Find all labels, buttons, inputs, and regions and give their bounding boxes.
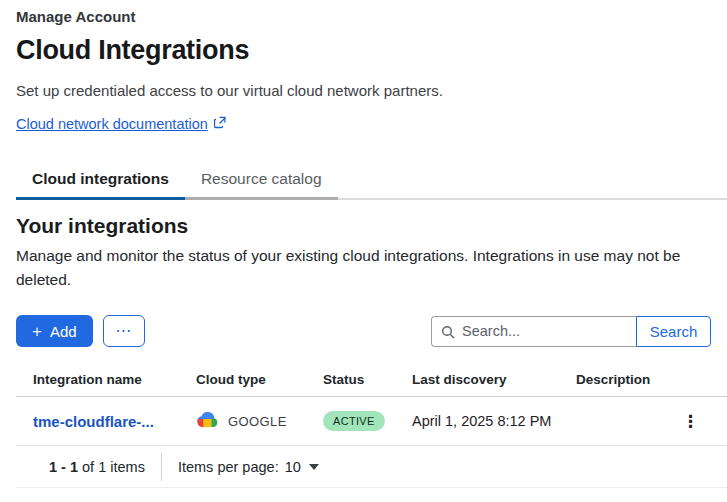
cloud-integrations-page: Manage Account Cloud Integrations Set up… <box>0 7 727 488</box>
kebab-menu-icon[interactable]: ⋮ <box>678 411 703 432</box>
items-per-page-label: Items per page: <box>178 459 279 475</box>
add-button-label: Add <box>50 323 77 340</box>
search-box <box>431 316 636 347</box>
overflow-menu-button[interactable]: ⋯ <box>103 315 145 347</box>
google-cloud-icon <box>196 410 219 432</box>
last-discovery-cell: April 1, 2025 8:12 PM <box>412 413 576 429</box>
column-header-last-discovery: Last discovery <box>412 372 576 387</box>
cloud-type-label: GOOGLE <box>228 414 287 429</box>
column-header-description: Description <box>576 372 676 387</box>
column-header-integration-name: Integration name <box>16 372 196 387</box>
search-button[interactable]: Search <box>636 316 711 347</box>
breadcrumb: Manage Account <box>16 7 711 27</box>
items-range: 1 - 1 of 1 items <box>49 459 145 475</box>
column-header-cloud-type: Cloud type <box>196 372 323 387</box>
pagination-divider <box>161 453 162 481</box>
status-cell: ACTIVE <box>323 411 412 431</box>
cloud-type-cell: GOOGLE <box>196 410 323 432</box>
table-header-row: Integration name Cloud type Status Last … <box>16 372 727 397</box>
items-per-page-value: 10 <box>285 459 301 475</box>
doc-link-label: Cloud network documentation <box>16 116 208 132</box>
cloud-network-documentation-link[interactable]: Cloud network documentation <box>16 116 227 132</box>
column-header-status: Status <box>323 372 412 387</box>
range-values: 1 - 1 <box>49 459 78 475</box>
external-link-icon <box>214 116 227 132</box>
status-badge: ACTIVE <box>323 411 385 431</box>
integrations-table: Integration name Cloud type Status Last … <box>16 372 727 488</box>
page-title: Cloud Integrations <box>16 34 711 67</box>
add-button[interactable]: + Add <box>16 315 93 347</box>
table-row: tme-cloudflare-... <box>16 397 727 446</box>
section-heading: Your integrations <box>16 213 711 239</box>
search-group: Search <box>431 316 711 347</box>
page-subtitle: Set up credentialed access to our virtua… <box>16 80 711 101</box>
tab-bar: Cloud integrations Resource catalog <box>0 160 727 200</box>
tab-bar-lead-space <box>0 160 16 200</box>
tab-bar-divider <box>338 160 727 200</box>
items-per-page-control[interactable]: Items per page: 10 <box>178 459 319 475</box>
section-description: Manage and monitor the status of your ex… <box>16 244 711 292</box>
range-total: of 1 items <box>82 459 145 475</box>
tab-cloud-integrations[interactable]: Cloud integrations <box>16 160 185 200</box>
pagination-bar: 1 - 1 of 1 items Items per page: 10 <box>16 446 727 488</box>
integration-name-link[interactable]: tme-cloudflare-... <box>16 413 196 430</box>
plus-icon: + <box>32 323 42 340</box>
toolbar: + Add ⋯ Search <box>16 315 711 347</box>
ellipsis-icon: ⋯ <box>115 323 132 339</box>
tab-resource-catalog[interactable]: Resource catalog <box>185 160 338 200</box>
caret-down-icon <box>309 464 319 470</box>
search-input[interactable] <box>432 317 636 346</box>
